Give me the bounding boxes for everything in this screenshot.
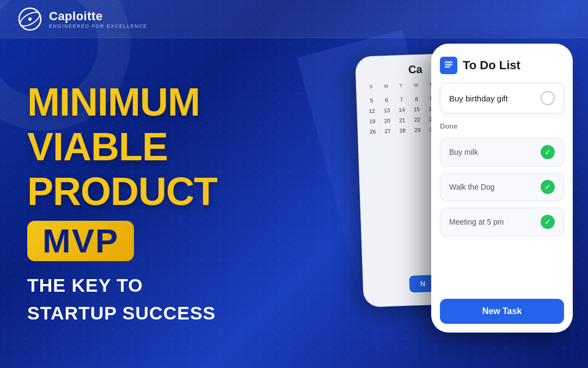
main-content: MINIMUM VIABLE PRODUCT MVP THE KEY TO ST… xyxy=(0,38,588,368)
new-task-button[interactable]: New Task xyxy=(440,299,564,324)
headline-minimum: MINIMUM xyxy=(27,82,256,122)
todo-done-check-3[interactable]: ✓ xyxy=(541,215,555,229)
mvp-badge: MVP xyxy=(27,221,134,261)
svg-rect-4 xyxy=(445,64,452,65)
svg-rect-5 xyxy=(445,67,450,68)
headline-product: PRODUCT xyxy=(27,172,256,211)
svg-rect-7 xyxy=(450,61,451,63)
left-text-section: MINIMUM VIABLE PRODUCT MVP THE KEY TO ST… xyxy=(0,61,283,346)
todo-pending-checkbox[interactable] xyxy=(541,91,555,105)
logo-icon xyxy=(17,7,42,32)
mvp-text: MVP xyxy=(42,224,119,258)
todo-done-item-1[interactable]: Buy milk ✓ xyxy=(440,138,564,166)
brand-tagline: ENGINEERED FOR EXCELLENCE xyxy=(49,23,148,29)
todo-title: To Do List xyxy=(463,58,520,73)
todo-done-text-1: Buy milk xyxy=(449,148,478,156)
headline-viable: VIABLE xyxy=(27,127,256,166)
todo-header: To Do List xyxy=(440,57,564,74)
logo-area: Caploitte ENGINEERED FOR EXCELLENCE xyxy=(17,7,148,32)
cal-header-m: M xyxy=(378,83,394,89)
svg-rect-6 xyxy=(446,61,448,63)
todo-done-text-3: Meeting at 5 pm xyxy=(449,218,504,226)
subtext-line2: STARTUP SUCCESS xyxy=(27,302,256,324)
todo-done-check-1[interactable]: ✓ xyxy=(541,145,555,159)
brand-name: Caploitte xyxy=(49,9,148,23)
todo-done-check-2[interactable]: ✓ xyxy=(541,180,555,194)
cal-header-s1: S xyxy=(364,84,379,90)
done-section-label: Done xyxy=(440,122,564,130)
right-section: Ca S M T W T F S xyxy=(283,38,588,368)
todo-done-text-2: Walk the Dog xyxy=(449,183,495,191)
subtext-line1: THE KEY TO xyxy=(27,274,256,297)
todo-icon xyxy=(440,57,457,74)
header-bar: Caploitte ENGINEERED FOR EXCELLENCE xyxy=(0,0,588,38)
cal-header-w: W xyxy=(408,82,424,88)
todo-pending-text: Buy birthday gift xyxy=(449,94,508,103)
svg-point-2 xyxy=(28,17,32,21)
todo-done-item-3[interactable]: Meeting at 5 pm ✓ xyxy=(440,208,564,236)
phone-todo: To Do List Buy birthday gift Done Buy mi… xyxy=(431,44,573,333)
todo-done-item-2[interactable]: Walk the Dog ✓ xyxy=(440,173,564,201)
cal-header-t1: T xyxy=(394,83,409,89)
logo-text-block: Caploitte ENGINEERED FOR EXCELLENCE xyxy=(49,9,148,29)
todo-pending-item[interactable]: Buy birthday gift xyxy=(440,83,564,113)
